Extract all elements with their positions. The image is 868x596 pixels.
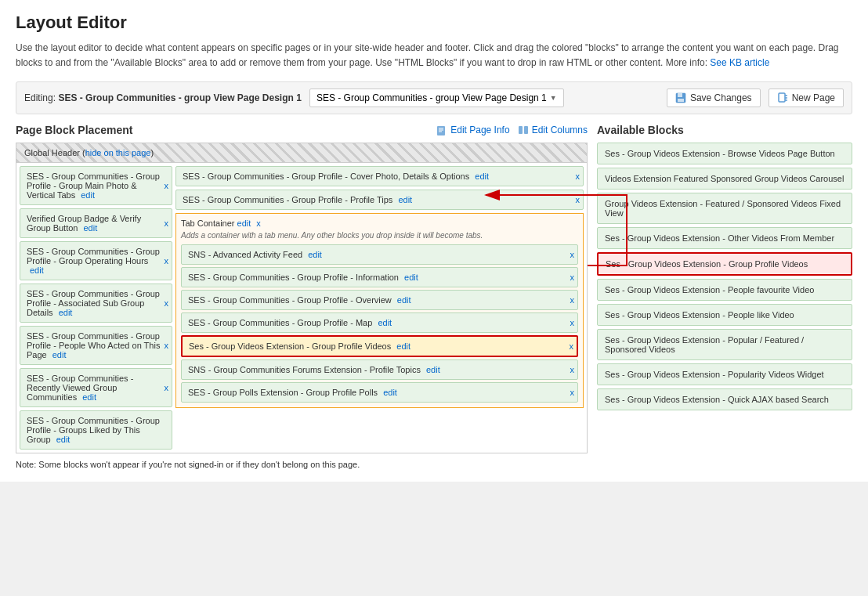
edit-polls[interactable]: edit (383, 388, 397, 397)
close-overview[interactable]: x (570, 295, 575, 305)
new-page-button[interactable]: New Page (769, 88, 844, 107)
tab-item-information[interactable]: SES - Group Communities - Group Profile … (181, 267, 578, 287)
tab-item-polls[interactable]: SES - Group Polls Extension - Group Prof… (181, 382, 578, 403)
edit-group-videos[interactable]: edit (396, 341, 410, 351)
edit-link-hours[interactable]: edit (30, 265, 44, 275)
svg-rect-12 (524, 126, 528, 134)
edit-map[interactable]: edit (378, 318, 392, 327)
right-panel: Available Blocks Ses - Group Videos Exte… (597, 124, 852, 469)
columns-wrapper: SES - Group Communities - Group Profile … (16, 163, 587, 453)
main-area: Page Block Placement Edit Page Info (16, 124, 852, 469)
edit-information[interactable]: edit (404, 273, 418, 282)
edit-link-main-photo[interactable]: edit (81, 190, 95, 200)
edit-page-info-icon (436, 125, 447, 135)
toolbar: Editing: SES - Group Communities - group… (16, 81, 852, 114)
tab-container-header: Tab Container edit x (181, 219, 578, 228)
left-panel-actions: Edit Page Info Edit Columns (436, 125, 588, 135)
avail-group-profile-videos[interactable]: Ses - Group Videos Extension - Group Pro… (597, 252, 852, 276)
avail-featured-carousel[interactable]: Videos Extension Featured Sponsored Grou… (597, 168, 852, 190)
hide-on-page-link[interactable]: hide on this page (85, 148, 151, 157)
editing-dropdown[interactable]: SES - Group Communities - group View Pag… (309, 88, 564, 107)
avail-people-fav[interactable]: Ses - Group Videos Extension - People fa… (597, 279, 852, 301)
block-verified-badge[interactable]: Verified Group Badge & Verify Group Butt… (20, 208, 172, 238)
edit-link-verified[interactable]: edit (84, 223, 98, 233)
block-profile-tips[interactable]: SES - Group Communities - Group Profile … (175, 190, 584, 210)
global-header-bar: Global Header (hide on this page) (16, 143, 587, 163)
edit-link-liked[interactable]: edit (56, 435, 71, 444)
close-activity[interactable]: x (570, 250, 575, 259)
tab-item-overview[interactable]: SES - Group Communities - Group Profile … (181, 290, 578, 310)
close-people[interactable]: x (165, 341, 169, 350)
close-cover[interactable]: x (576, 172, 580, 181)
right-panel-header: Available Blocks (597, 124, 852, 136)
close-polls[interactable]: x (570, 388, 575, 397)
tab-items: SNS - Advanced Activity Feed edit x SES … (181, 244, 578, 403)
editing-label: Editing: SES - Group Communities - group… (24, 92, 302, 103)
close-information[interactable]: x (570, 273, 575, 282)
left-panel-header: Page Block Placement Edit Page Info (16, 124, 588, 136)
edit-page-info-button[interactable]: Edit Page Info (436, 125, 509, 135)
right-column: SES - Group Communities - Group Profile … (175, 166, 584, 450)
avail-other-videos[interactable]: Ses - Group Videos Extension - Other Vid… (597, 227, 852, 249)
tab-item-forums[interactable]: SNS - Group Communities Forums Extension… (181, 359, 578, 380)
intro-text: Use the layout editor to decide what con… (16, 41, 852, 70)
close-forums[interactable]: x (570, 365, 575, 374)
svg-rect-1 (678, 93, 682, 97)
tab-item-activity[interactable]: SNS - Advanced Activity Feed edit x (181, 244, 578, 265)
save-changes-button[interactable]: Save Changes (667, 88, 761, 107)
save-icon (675, 92, 686, 103)
right-panel-title: Available Blocks (597, 124, 684, 136)
left-column: SES - Group Communities - Group Profile … (20, 166, 172, 450)
avail-popular-featured[interactable]: Ses - Group Videos Extension - Popular /… (597, 329, 852, 360)
layout-area: Global Header (hide on this page) SES - … (16, 143, 588, 453)
close-verified[interactable]: x (165, 219, 169, 228)
edit-link-cover[interactable]: edit (475, 172, 489, 181)
edit-link-recent[interactable]: edit (82, 392, 96, 402)
tab-item-map[interactable]: SES - Group Communities - Group Profile … (181, 312, 578, 333)
svg-rect-3 (779, 93, 785, 102)
note-text: Note: Some blocks won't appear if you're… (16, 460, 588, 469)
left-panel-title: Page Block Placement (16, 124, 132, 136)
edit-link-tips[interactable]: edit (398, 195, 412, 204)
edit-forums[interactable]: edit (426, 365, 440, 374)
tab-close[interactable]: x (256, 219, 261, 228)
block-recently-viewed[interactable]: SES - Group Communities - Recently Viewe… (20, 368, 172, 407)
block-people-acted[interactable]: SES - Group Communities - Group Profile … (20, 326, 172, 365)
edit-link-people[interactable]: edit (52, 350, 67, 359)
avail-people-like[interactable]: Ses - Group Videos Extension - People li… (597, 304, 852, 326)
svg-rect-7 (437, 126, 445, 135)
svg-rect-2 (678, 99, 684, 102)
close-group-videos[interactable]: x (570, 341, 574, 351)
left-panel: Page Block Placement Edit Page Info (16, 124, 588, 469)
avail-browse-videos[interactable]: Ses - Group Videos Extension - Browse Vi… (597, 143, 852, 164)
edit-columns-icon (518, 125, 529, 135)
edit-columns-button[interactable]: Edit Columns (518, 125, 588, 135)
edit-activity[interactable]: edit (308, 250, 322, 259)
block-groups-liked[interactable]: SES - Group Communities - Group Profile … (20, 410, 172, 450)
block-sub-group[interactable]: SES - Group Communities - Group Profile … (20, 284, 172, 323)
edit-link-sub[interactable]: edit (59, 308, 73, 317)
block-operating-hours[interactable]: SES - Group Communities - Group Profile … (20, 241, 172, 280)
tab-item-videos-wrapper: Ses - Group Videos Extension - Group Pro… (181, 335, 578, 357)
edit-overview[interactable]: edit (397, 295, 411, 305)
close-recent[interactable]: x (165, 383, 169, 392)
avail-featured-fixed[interactable]: Group Videos Extension - Featured / Spon… (597, 193, 852, 224)
page-title: Layout Editor (16, 13, 852, 33)
block-ses-main-photo[interactable]: SES - Group Communities - Group Profile … (20, 166, 172, 205)
avail-quick-ajax[interactable]: Ses - Group Videos Extension - Quick AJA… (597, 388, 852, 410)
tab-container: Tab Container edit x Adds a container wi… (175, 213, 584, 408)
tab-item-group-profile-videos[interactable]: Ses - Group Videos Extension - Group Pro… (181, 335, 578, 357)
close-main-photo[interactable]: x (165, 181, 169, 190)
kb-link[interactable]: See KB article (710, 57, 769, 68)
svg-rect-11 (519, 126, 523, 134)
tab-edit-link[interactable]: edit (237, 219, 251, 228)
available-blocks-list: Ses - Group Videos Extension - Browse Vi… (597, 143, 852, 410)
block-cover-photo[interactable]: SES - Group Communities - Group Profile … (175, 166, 584, 186)
close-map[interactable]: x (570, 318, 575, 327)
close-tips[interactable]: x (576, 195, 580, 204)
avail-popularity-widget[interactable]: Ses - Group Videos Extension - Popularit… (597, 363, 852, 385)
close-sub[interactable]: x (165, 298, 169, 308)
close-hours[interactable]: x (165, 256, 169, 265)
new-page-icon (777, 92, 788, 103)
